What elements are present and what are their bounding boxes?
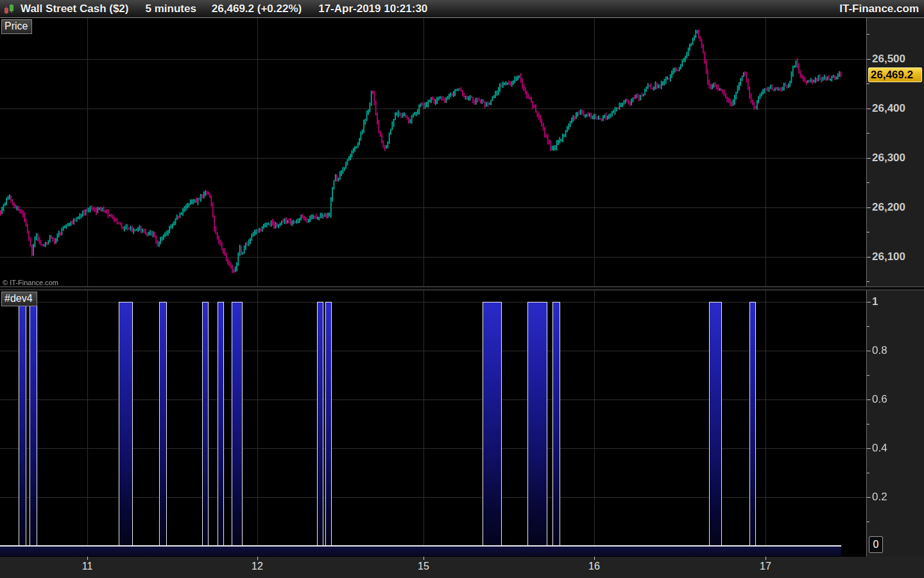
instrument-name: Wall Street Cash ($2) (21, 3, 128, 15)
price-axis-tick (867, 257, 871, 258)
indicator-bar (527, 302, 547, 547)
indicator-axis-minor-tick (867, 473, 869, 473)
gridline-vertical (424, 290, 424, 557)
chart-application: Wall Street Cash ($2) 5 minutes 26,469.2… (0, 0, 924, 578)
indicator-axis-tick-label: 1 (872, 295, 878, 308)
time-axis-tick-label: 17 (760, 561, 771, 572)
brand-logo-text: IT-Finance.com (839, 3, 919, 15)
indicator-zero-line (0, 545, 841, 547)
price-axis-tick-label: 26,500 (872, 53, 905, 66)
price-axis-minor-tick (867, 34, 869, 35)
indicator-bar (19, 302, 26, 547)
price-axis-tick (867, 158, 871, 159)
price-axis-minor-tick (867, 133, 869, 134)
price-axis-minor-tick (867, 281, 869, 282)
indicator-axis-tick (867, 448, 871, 449)
price-axis-minor-tick (867, 182, 869, 183)
time-axis-tick (766, 557, 766, 560)
time-axis-tick (424, 557, 424, 560)
gridline-vertical (594, 290, 595, 557)
indicator-axis-minor-tick (867, 521, 869, 522)
indicator-axis-tick-label: 0.6 (872, 393, 887, 406)
indicator-axis-tick-label: 0.2 (872, 491, 887, 504)
indicator-axis-tick-label: 0.4 (872, 442, 887, 455)
time-axis-tick-label: 12 (252, 561, 263, 572)
last-quote-and-change: 26,469.2 (+0.22%) (212, 3, 302, 15)
price-axis-minor-tick (867, 232, 869, 232)
current-price-box: 26,469.2 (868, 67, 922, 82)
indicator-axis-tick (867, 497, 871, 498)
indicator-bar (159, 302, 167, 547)
indicator-bar (325, 302, 332, 547)
price-chart-canvas[interactable] (0, 18, 866, 287)
price-axis-tick (867, 109, 871, 109)
title-bar: Wall Street Cash ($2) 5 minutes 26,469.2… (0, 0, 924, 18)
quote-datetime: 17-Apr-2019 10:21:30 (318, 3, 427, 15)
indicator-bar (552, 302, 560, 547)
time-axis-tick (87, 557, 88, 560)
candlestick-chart-icon (3, 3, 15, 15)
timeframe-label: 5 minutes (145, 3, 196, 15)
indicator-current-value-box: 0 (869, 536, 883, 553)
indicator-axis-minor-tick (867, 375, 869, 376)
indicator-axis-tick (867, 399, 871, 400)
time-axis-tick-label: 15 (418, 561, 429, 572)
price-axis-tick (867, 207, 871, 208)
indicator-bar (202, 302, 209, 547)
indicator-bar (232, 302, 243, 547)
price-axis-tick (867, 59, 871, 60)
indicator-bar (483, 302, 502, 547)
time-axis-tick (594, 557, 595, 560)
price-chart-panel[interactable]: Price © IT-Finance.com (0, 18, 866, 287)
indicator-bar (709, 302, 722, 547)
indicator-axis-minor-tick (867, 326, 869, 327)
gridline-vertical (87, 290, 88, 557)
indicator-bar (218, 302, 224, 547)
price-axis-minor-tick (867, 83, 869, 84)
indicator-zero-strip (0, 547, 841, 556)
indicator-bar (119, 302, 133, 547)
indicator-axis[interactable]: 0 10.80.60.40.2 (866, 290, 924, 557)
time-axis-tick (257, 557, 258, 560)
price-axis[interactable]: 26,469.2 26,50026,40026,30026,20026,100 (866, 18, 924, 287)
price-panel-label[interactable]: Price (1, 19, 32, 34)
indicator-bar (30, 302, 37, 547)
gridline-vertical (766, 290, 766, 557)
time-axis[interactable]: 1112151617 (0, 557, 924, 578)
time-axis-tick-label: 11 (82, 561, 93, 572)
time-axis-tick-label: 16 (588, 561, 600, 572)
indicator-panel-label[interactable]: #dev4 (1, 292, 37, 306)
indicator-bar (749, 302, 756, 547)
indicator-bar (317, 302, 323, 547)
indicator-axis-tick (867, 351, 871, 351)
indicator-axis-minor-tick (867, 424, 869, 425)
price-axis-tick-label: 26,200 (872, 201, 905, 214)
price-axis-tick-label: 26,400 (872, 102, 905, 115)
gridline-vertical (257, 290, 258, 557)
price-axis-tick-label: 26,100 (872, 250, 905, 263)
price-axis-tick-label: 26,300 (872, 152, 905, 164)
indicator-panel[interactable]: #dev4 (0, 290, 866, 557)
indicator-axis-tick-label: 0.8 (872, 344, 887, 357)
indicator-axis-tick (867, 302, 871, 302)
watermark-text: © IT-Finance.com (3, 279, 58, 286)
